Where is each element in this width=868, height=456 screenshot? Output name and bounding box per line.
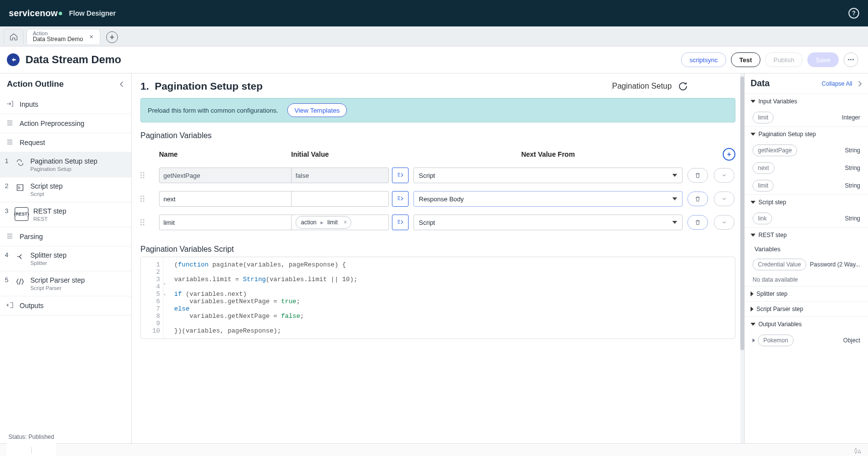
outline-step-splitter[interactable]: 4 Splitter step Splitter (0, 246, 131, 271)
close-icon[interactable]: × (88, 33, 95, 40)
outline-preprocessing[interactable]: Action Preprocessing (0, 114, 131, 133)
trash-icon (694, 172, 701, 179)
next-value-select[interactable]: Response Body (413, 191, 683, 207)
data-row[interactable]: getNextPage String (745, 142, 868, 159)
outline-step-title: Pagination Setup step (30, 157, 97, 165)
outline-step-num: 1 (5, 157, 10, 165)
collapse-outline-button[interactable] (119, 81, 124, 88)
outline-prep-label: Action Preprocessing (20, 120, 84, 127)
pill-remove-icon[interactable]: × (343, 219, 347, 226)
section-script[interactable]: Script step (745, 194, 868, 210)
initial-input: false (291, 168, 389, 183)
view-templates-button[interactable]: View Templates (287, 103, 347, 117)
data-type: String (845, 147, 860, 154)
section-pagination[interactable]: Pagination Setup step (745, 126, 868, 142)
status-right-icon[interactable]: ◊△ (854, 447, 861, 454)
collapse-all-button[interactable]: Collapse All (822, 80, 852, 87)
outline-outputs-label: Outputs (20, 302, 44, 310)
add-tab-button[interactable]: + (106, 31, 118, 43)
chevron-down-icon (721, 196, 727, 202)
next-value-select[interactable]: Script (413, 215, 683, 230)
drag-handle[interactable] (140, 219, 147, 226)
pill-part: limit (327, 219, 338, 226)
test-button[interactable]: Test (731, 52, 760, 67)
help-icon[interactable]: ? (848, 8, 859, 19)
outline-parsing[interactable]: Parsing (0, 227, 131, 246)
data-picker-button[interactable] (392, 191, 409, 207)
data-row[interactable]: limit Integer (745, 109, 868, 126)
section-rest[interactable]: REST step (745, 227, 868, 242)
select-label: Script (419, 219, 435, 226)
delete-row-button[interactable] (687, 168, 708, 183)
expand-panel-button[interactable] (857, 80, 862, 87)
section-splitter[interactable]: Splitter step (745, 286, 868, 301)
section-input-vars[interactable]: Input Variables (745, 94, 868, 109)
outline-request[interactable]: Request (0, 133, 131, 152)
data-row[interactable]: next String (745, 159, 868, 177)
outline-step-title: REST step (33, 207, 66, 215)
main-layout: Action Outline Inputs Action Preprocessi… (0, 73, 868, 443)
home-tab[interactable] (4, 29, 23, 44)
data-pill[interactable]: Pokemon (758, 335, 794, 346)
data-picker-button[interactable] (392, 215, 409, 230)
status-published: Status: Published (8, 433, 54, 440)
drag-handle[interactable] (140, 172, 147, 179)
more-button[interactable]: ··· (844, 52, 858, 67)
data-row[interactable]: Credential Value Password (2 Way... (745, 256, 868, 273)
outline-outputs[interactable]: Outputs (0, 296, 131, 315)
initial-input[interactable]: action ▸ limit × (291, 215, 389, 230)
code-editor[interactable]: 1 2 3 4 5 6 7 8 9 10 ˅ ˅ (140, 257, 735, 339)
publish-button[interactable]: Publish (765, 52, 803, 67)
app-title: Flow Designer (69, 9, 116, 17)
name-input[interactable]: next (159, 191, 295, 207)
code[interactable]: (function paginate(variables, pageRespon… (170, 257, 735, 338)
preprocessing-icon (6, 119, 15, 128)
fold-column[interactable]: ˅ ˅ (163, 257, 170, 338)
outline-step-script[interactable]: 2 Script step Script (0, 177, 131, 202)
data-pill[interactable]: limit (753, 180, 774, 192)
delete-row-button[interactable] (687, 192, 708, 206)
initial-input[interactable] (291, 191, 389, 207)
data-picker-button[interactable] (392, 168, 409, 183)
arrow-left-icon (9, 56, 17, 64)
outline-request-label: Request (20, 139, 45, 146)
select-label: Response Body (419, 195, 464, 203)
outline-inputs[interactable]: Inputs (0, 95, 131, 114)
back-button[interactable] (7, 53, 20, 66)
expand-row-button[interactable] (714, 168, 734, 183)
section-output[interactable]: Output Variables (745, 316, 868, 332)
data-pill[interactable]: getNextPage (753, 144, 797, 156)
data-type: Integer (842, 114, 860, 121)
expand-row-button[interactable] (714, 215, 734, 230)
rest-icon: {REST} (15, 207, 28, 221)
scrollbar[interactable] (740, 73, 744, 443)
tab-name: Data Stream Demo (33, 36, 83, 43)
rest-variables-label: Variables (745, 242, 868, 256)
outline-step-rest[interactable]: 3 {REST} REST step REST (0, 202, 131, 227)
logo: servicenow (9, 8, 62, 19)
outline-step-sub: Script Parser (30, 285, 85, 291)
data-pill[interactable]: link (753, 213, 772, 224)
expand-row-button[interactable] (714, 192, 734, 206)
data-pill[interactable]: limit (753, 112, 774, 123)
data-row[interactable]: link String (745, 210, 868, 227)
save-button[interactable]: Save (807, 52, 839, 67)
data-type: String (845, 165, 860, 171)
outline-step-title: Splitter step (30, 251, 67, 259)
section-script-parser[interactable]: Script Parser step (745, 301, 868, 316)
add-row-button[interactable]: + (723, 148, 735, 161)
scriptsync-button[interactable]: scriptsync (681, 52, 726, 67)
data-pill[interactable]: next (753, 162, 775, 174)
tab-action[interactable]: Action Data Stream Demo × (26, 29, 100, 44)
data-pill[interactable]: action ▸ limit × (296, 216, 351, 229)
trash-icon (694, 219, 701, 226)
next-value-select[interactable]: Script (413, 168, 683, 183)
data-row[interactable]: Pokemon Object (745, 332, 868, 349)
data-row[interactable]: limit String (745, 177, 868, 194)
outline-step-script-parser[interactable]: 5 Script Parser step Script Parser (0, 271, 131, 296)
drag-handle[interactable] (140, 195, 147, 202)
outline-step-pagination[interactable]: 1 Pagination Setup step Pagination Setup (0, 152, 131, 177)
data-pill[interactable]: Credential Value (753, 259, 806, 270)
delete-row-button[interactable] (687, 215, 708, 230)
name-input[interactable]: limit (159, 215, 295, 230)
